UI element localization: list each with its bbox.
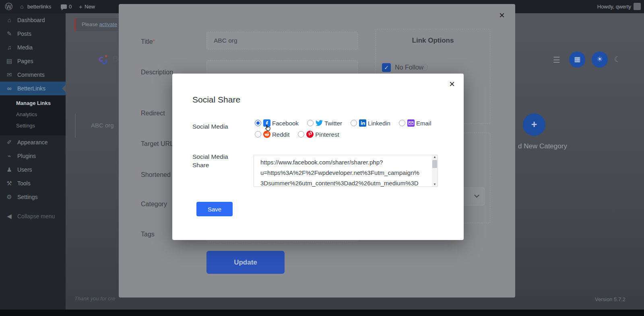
sidebar-item-label: Pages (17, 58, 33, 64)
add-new-category-label: d New Category (518, 142, 567, 150)
sidebar-item-comments[interactable]: ✉Comments (0, 68, 66, 82)
social-option-label: Twitter (324, 120, 342, 127)
home-icon[interactable]: ⌂ (20, 0, 23, 13)
target-url-label: Target URL (141, 140, 173, 148)
light-mode-icon[interactable]: ☀ (592, 51, 608, 68)
sidebar-item-appearance[interactable]: ✐Appearance (0, 135, 66, 149)
sidebar-item-users[interactable]: ♟Users (0, 163, 66, 176)
social-option-pinterest[interactable]: Pinterest (298, 131, 339, 138)
scrollbar-thumb[interactable] (432, 160, 437, 168)
users-icon: ♟ (5, 163, 14, 176)
social-option-label: Linkedin (368, 120, 390, 127)
collapse-menu-wrap: ◀Collapse menu (0, 209, 66, 223)
media-icon: ♫ (5, 41, 14, 54)
title-label: Title* (141, 38, 155, 45)
social-option-reddit[interactable]: Reddit (255, 131, 289, 138)
grid-view-icon[interactable]: ▦ (569, 51, 585, 68)
wordpress-logo-icon[interactable]: Ⓦ (5, 0, 12, 13)
facebook-icon (263, 119, 270, 127)
share-modal-close-icon[interactable]: × (449, 79, 455, 89)
save-button[interactable]: Save (196, 202, 233, 216)
avatar[interactable] (634, 3, 641, 10)
facebook-radio[interactable] (255, 120, 261, 126)
footer-thankyou-text: Thank you for cre (74, 295, 115, 302)
scroll-down-icon[interactable]: ▼ (432, 183, 438, 187)
linkedin-icon (359, 119, 366, 127)
email-radio[interactable] (399, 120, 405, 126)
social-media-label: Social Media (192, 122, 241, 131)
description-label: Description (141, 69, 173, 76)
comments-bubble-icon[interactable] (61, 4, 67, 9)
comments-icon: ✉ (5, 68, 14, 82)
submenu-item-analytics[interactable]: Analytics (0, 109, 66, 120)
reddit-icon (263, 131, 270, 138)
link-options-heading: Link Options (376, 37, 490, 45)
sidebar-item-label: Users (17, 166, 32, 173)
sidebar-menu-top: ⌂Dashboard✎Posts♫Media▤Pages✉Comments∞Be… (0, 13, 66, 95)
social-share-modal: × Social Share Social Media FacebookTwit… (172, 74, 464, 240)
new-menu-item[interactable]: New (85, 0, 95, 13)
social-option-linkedin[interactable]: Linkedin (351, 119, 390, 127)
sidebar-item-settings[interactable]: ⚙Settings (0, 190, 66, 204)
sidebar-item-tools[interactable]: ⚒Tools (0, 176, 66, 190)
pinterest-icon (306, 131, 314, 138)
site-name-link[interactable]: betterlinks (27, 0, 51, 13)
scrollbar: ▲ ▼ (432, 155, 438, 187)
update-button[interactable]: Update (206, 251, 285, 274)
pages-icon: ▤ (5, 54, 14, 68)
link-list-item-title: ABC org (91, 122, 114, 129)
notice-activate-link[interactable]: activate (99, 21, 117, 27)
scroll-up-icon[interactable]: ▲ (432, 155, 438, 159)
list-view-icon[interactable]: ☰ (551, 55, 562, 65)
share-url-textarea[interactable]: https://www.facebook.com/sharer/sharer.p… (254, 155, 438, 187)
sidebar-item-posts[interactable]: ✎Posts (0, 27, 66, 41)
pinterest-radio[interactable] (298, 131, 304, 137)
plus-circle-icon: + (523, 113, 545, 136)
notice-text: Please (82, 21, 99, 27)
collapse-icon: ◀ (5, 209, 14, 223)
sidebar-item-media[interactable]: ♫Media (0, 41, 66, 54)
title-input[interactable]: ABC org (206, 32, 358, 49)
betterlinks-submenu: Manage LinksAnalyticsSettings (0, 95, 66, 135)
dark-mode-icon[interactable]: ☾ (612, 54, 623, 65)
sidebar-item-label: Plugins (17, 153, 36, 159)
social-option-label: Pinterest (315, 131, 339, 138)
submenu-item-manage-links[interactable]: Manage Links (0, 98, 66, 109)
plus-icon[interactable]: + (79, 0, 83, 13)
sidebar-item-label: Comments (17, 72, 45, 78)
sidebar-item-pages[interactable]: ▤Pages (0, 54, 66, 68)
social-option-twitter[interactable]: Twitter (307, 119, 342, 127)
reddit-radio[interactable] (255, 131, 261, 137)
sidebar-item-plugins[interactable]: ⌁Plugins (0, 149, 66, 163)
link-list-item[interactable]: ABC org (75, 114, 120, 138)
sidebar-item-label: BetterLinks (17, 85, 45, 92)
social-option-label: Email (416, 120, 431, 127)
info-icon[interactable]: i (421, 64, 428, 71)
sidebar-item-collapse-menu[interactable]: ◀Collapse menu (0, 209, 66, 223)
sidebar-item-betterlinks[interactable]: ∞BetterLinks (0, 82, 66, 95)
footer-version-text: Version 5.7.2 (595, 296, 625, 302)
admin-sidebar: ⌂Dashboard✎Posts♫Media▤Pages✉Comments∞Be… (0, 13, 66, 310)
sidebar-item-dashboard[interactable]: ⌂Dashboard (0, 13, 66, 27)
twitter-icon (316, 119, 323, 127)
share-modal-title: Social Share (192, 95, 240, 105)
email-icon (407, 119, 415, 127)
twitter-radio[interactable] (307, 120, 314, 126)
submenu-item-settings[interactable]: Settings (0, 120, 66, 131)
settings-icon: ⚙ (5, 190, 14, 204)
social-option-facebook[interactable]: Facebook (255, 119, 299, 127)
no-follow-checkbox[interactable]: ✓ (382, 63, 391, 72)
social-option-email[interactable]: Email (399, 119, 431, 127)
edit-modal-close-icon[interactable]: × (499, 10, 505, 20)
tools-icon: ⚒ (5, 176, 14, 190)
linkedin-radio[interactable] (351, 120, 357, 126)
social-options-row-2: RedditPinterest (255, 131, 444, 138)
sidebar-item-label: Tools (17, 180, 31, 187)
social-media-share-label: Social Media Share (192, 152, 241, 169)
category-label: Category (141, 201, 167, 208)
redirect-label: Redirect (141, 110, 165, 117)
social-option-label: Reddit (272, 131, 289, 138)
howdy-user-link[interactable]: Howdy, qwerty (597, 0, 631, 13)
chevron-down-icon (474, 193, 479, 198)
posts-icon: ✎ (5, 27, 14, 41)
